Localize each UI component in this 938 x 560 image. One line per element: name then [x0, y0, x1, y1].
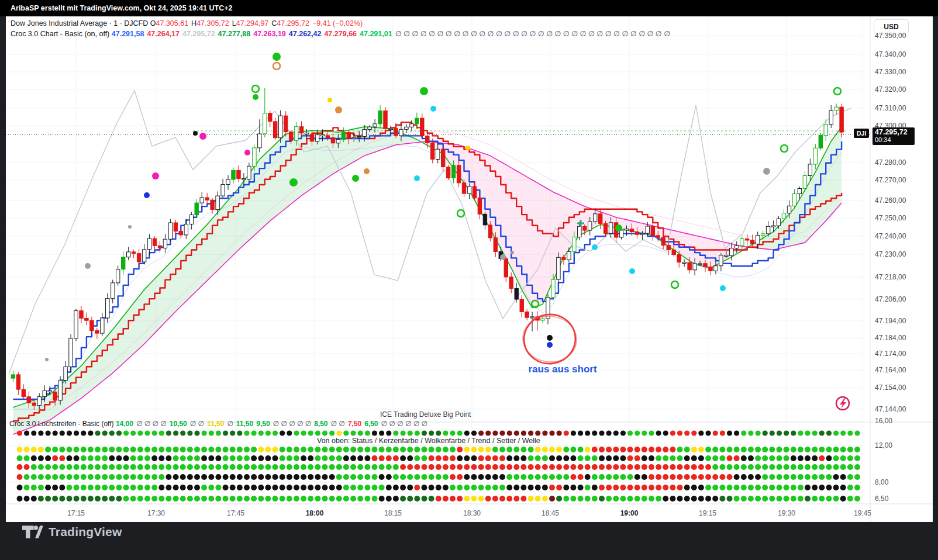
ohlc-values: O47.305,61H47.305,72L47.294,97C47.295,72…	[150, 19, 365, 27]
croc-value: 47.291,58	[112, 30, 144, 38]
price-axis-label: 47.154,00	[875, 383, 906, 392]
croc-value: 47.264,17	[147, 30, 180, 38]
ohlc-token: −9,41 (−0,02%)	[312, 19, 363, 27]
von-oben-label: Von oben: Status / Kerzenfarbe / Wolkenf…	[315, 437, 542, 445]
croc-zeros: ∅ ∅ ∅ ∅ ∅ ∅ ∅ ∅ ∅ ∅ ∅ ∅ ∅ ∅ ∅ ∅ ∅ ∅ ∅ ∅ …	[395, 30, 670, 38]
price-axis-label: 47.164,00	[875, 365, 906, 375]
price-axis-label: 47.174,00	[875, 349, 906, 358]
price-axis-label: 47.230,00	[875, 250, 906, 259]
price-axis-label: 47.194,00	[875, 316, 906, 326]
price-axis-label: 47.206,00	[875, 295, 906, 304]
lochstreifen-value: ∅	[227, 420, 233, 428]
lochstreifen-value: 11,50	[236, 420, 253, 428]
cloud-fill	[13, 127, 842, 434]
price-axis-label: 47.184,00	[875, 333, 906, 343]
lochstreifen-title: Croc 3.0 Lochstreifen - Basic (off)	[9, 420, 114, 428]
bar-countdown: 00:34	[875, 136, 912, 144]
price-axis-label: 47.310,00	[875, 103, 906, 113]
lochstreifen-value: ∅ ∅	[331, 420, 345, 428]
lower-axis-label: 12,00	[875, 441, 892, 450]
screen: AribaSP erstellt mit TradingView.com, Ok…	[0, 0, 938, 560]
price-axis-label: 47.218,00	[875, 272, 906, 282]
time-axis-label: 18:45	[532, 509, 569, 518]
price-axis-label: 47.350,00	[875, 31, 906, 40]
lochstreifen-legend[interactable]: Croc 3.0 Lochstreifen - Basic (off) 14,0…	[9, 420, 430, 428]
price-axis-label: 47.330,00	[875, 67, 906, 77]
time-axis-label: 19:30	[768, 509, 805, 518]
croc-value: 47.279,66	[324, 30, 357, 38]
price-axis-label: 47.340,00	[875, 50, 906, 59]
lochstreifen-value: ∅ ∅ ∅ ∅ ∅ ∅	[381, 420, 427, 428]
croc-chart-values: 47.291,5847.264,1747.295,7247.277,8847.2…	[112, 30, 670, 38]
time-axis-label: 18:00	[296, 509, 333, 518]
croc-chart-legend[interactable]: Croc 3.0 Chart - Basic (on, off) 47.291,…	[11, 29, 670, 38]
grid-lines	[6, 16, 933, 522]
time-axis-label: 17:45	[217, 509, 254, 518]
price-axis-label: 47.144,00	[875, 405, 906, 414]
price-axis-label: 47.250,00	[875, 213, 906, 223]
lochstreifen-value: ∅ ∅	[190, 420, 204, 428]
price-axis-label: 47.280,00	[875, 158, 906, 167]
lower-axis-label: 8,00	[875, 478, 888, 487]
ohlc-token: C47.295,72	[271, 19, 309, 27]
replay-flash-button[interactable]	[836, 397, 849, 410]
lochstreifen-value: 10,50	[170, 420, 187, 428]
lochstreifen-values: 14,00∅ ∅ ∅ ∅10,50∅ ∅11,50∅11,509,50∅ ∅ ∅…	[116, 420, 430, 428]
ohlc-token: L47.294,97	[232, 19, 269, 27]
croc-value: 47.277,88	[218, 30, 251, 38]
last-price: 47.295,72	[875, 129, 912, 136]
croc-value: 47.291,01	[360, 30, 392, 38]
lower-axis-label: 6,50	[875, 494, 888, 503]
top-status-bar: AribaSP erstellt mit TradingView.com, Ok…	[0, 0, 938, 16]
croc-value: 47.262,42	[289, 30, 322, 38]
symbol-title: Dow Jones Industrial Average · 1 · DJCFD	[11, 19, 148, 27]
price-axis-label: 47.260,00	[875, 196, 906, 205]
tradingview-footer-logo[interactable]: TradingView	[22, 525, 122, 539]
lochstreifen-value: ∅ ∅ ∅ ∅ ∅	[273, 420, 312, 428]
croc-chart-title: Croc 3.0 Chart - Basic (on, off)	[11, 30, 109, 38]
lochstreifen-value: 9,50	[256, 420, 270, 428]
time-axis-label: 18:15	[374, 509, 412, 518]
time-axis-label: 18:30	[453, 509, 491, 518]
symbol-legend[interactable]: Dow Jones Industrial Average · 1 · DJCFD…	[11, 19, 365, 27]
lochstreifen-value: ∅ ∅ ∅ ∅	[136, 420, 167, 428]
time-axis-label: 19:15	[689, 509, 726, 518]
tradingview-brand-text: TradingView	[49, 525, 122, 539]
last-price-tag: 47.295,72 00:34	[873, 127, 915, 145]
lochstreifen-value: 6,50	[364, 420, 378, 428]
lochstreifen-value: 7,50	[348, 420, 361, 428]
ice-trading-label: ICE Trading Deluxe Big Point	[380, 410, 471, 419]
price-axis-label: 47.240,00	[875, 231, 906, 241]
top-bar-text: AribaSP erstellt mit TradingView.com, Ok…	[11, 4, 232, 12]
price-axis-label: 47.320,00	[875, 85, 906, 94]
croc-value: 47.263,19	[253, 30, 286, 38]
time-axis-label: 17:15	[57, 509, 95, 518]
chart-canvas[interactable]	[6, 16, 933, 522]
lochstreifen-value: 11,50	[207, 420, 224, 428]
time-axis-label: 19:00	[611, 509, 648, 518]
ohlc-token: H47.305,72	[191, 19, 229, 27]
price-axis-label: 47.270,00	[875, 175, 906, 185]
tradingview-mark-icon	[22, 525, 43, 539]
lochstreifen-value: 8,50	[314, 420, 327, 428]
croc-value: 47.295,72	[182, 30, 215, 38]
time-axis-label: 17:30	[137, 509, 175, 518]
lower-axis-label: 16,00	[875, 416, 892, 426]
ohlc-token: O47.305,61	[150, 19, 188, 27]
dji-symbol-chip: DJI	[854, 129, 869, 138]
annotation-text: raus aus short	[512, 364, 613, 375]
overlay-lines	[6, 91, 870, 434]
time-axis-label: 19:45	[844, 509, 881, 518]
lochstreifen-value: 14,00	[116, 420, 133, 428]
